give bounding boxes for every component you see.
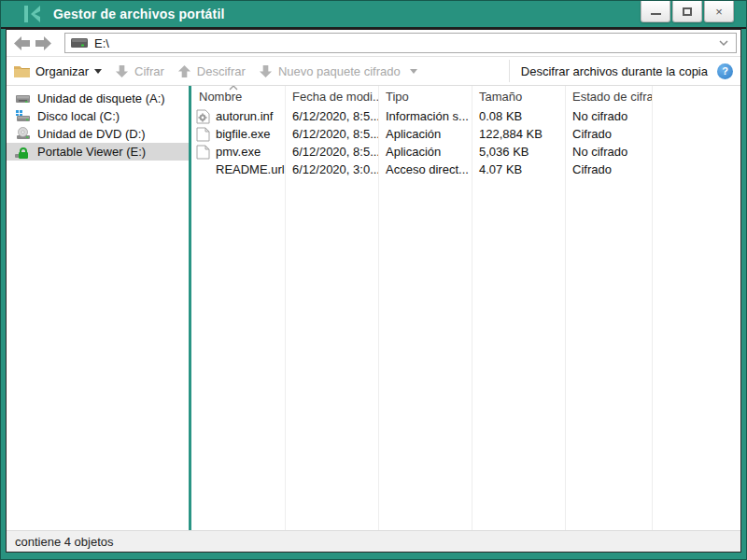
file-row-readme[interactable]: README.url 6/12/2020, 3:0... Acceso dire…: [191, 161, 740, 178]
kaspersky-logo-icon: [23, 6, 42, 22]
decrypt-on-copy-label: Descifrar archivos durante la copia: [521, 64, 708, 78]
file-type: Acceso direct...: [378, 162, 472, 176]
file-status: Cifrado: [565, 162, 652, 176]
file-type: Aplicación: [378, 127, 472, 141]
status-text: contiene 4 objetos: [15, 535, 114, 549]
address-bar[interactable]: E:\: [64, 33, 737, 53]
file-modified: 6/12/2020, 3:0...: [285, 162, 378, 176]
new-encrypted-package-label: Nuevo paquete cifrado: [278, 64, 401, 78]
encrypted-drive-icon: [15, 145, 31, 159]
main-area: Unidad de disquete (A:) Disco local (C:): [7, 86, 740, 530]
encrypt-button[interactable]: Cifrar: [115, 64, 164, 78]
toolbar: Organizar Cifrar Descifrar: [7, 57, 740, 86]
column-header-modified[interactable]: Fecha de modi...: [285, 90, 378, 104]
organize-label: Organizar: [35, 64, 89, 78]
file-status: No cifrado: [565, 109, 652, 123]
column-header-size[interactable]: Tamaño: [472, 90, 565, 104]
address-path: E:\: [94, 36, 109, 50]
sidebar-item-floppy-a[interactable]: Unidad de disquete (A:): [7, 90, 189, 107]
navigation-bar: E:\: [7, 30, 740, 57]
file-name: README.url: [216, 162, 285, 176]
status-bar: contiene 4 objetos: [7, 530, 740, 552]
sidebar-item-portable-e[interactable]: Portable Viewer (E:): [7, 143, 189, 161]
file-size: 0.08 KB: [472, 109, 565, 123]
file-list: Nombre Fecha de modi... Tipo Tamaño Esta…: [191, 86, 740, 530]
file-status: Cifrado: [565, 127, 652, 141]
close-icon: ×: [715, 5, 723, 19]
file-type: Aplicación: [378, 145, 472, 159]
sidebar-item-label: Unidad de DVD (D:): [37, 127, 146, 141]
forward-button[interactable]: [35, 35, 51, 51]
sidebar-item-label: Portable Viewer (E:): [37, 145, 146, 159]
column-header-type[interactable]: Tipo: [378, 90, 472, 104]
floppy-drive-icon: [15, 91, 31, 105]
window-content: E:\ Organizar Cifrar: [6, 29, 741, 553]
file-modified: 6/12/2020, 8:5...: [285, 109, 378, 123]
file-icon: [196, 145, 210, 160]
sidebar-item-label: Unidad de disquete (A:): [37, 91, 165, 105]
file-size: 5,036 KB: [472, 145, 565, 159]
sidebar-item-local-c[interactable]: Disco local (C:): [7, 107, 189, 125]
maximize-icon: [683, 7, 692, 16]
organize-button[interactable]: Organizar: [14, 64, 102, 78]
new-encrypted-package-button[interactable]: Nuevo paquete cifrado: [259, 64, 417, 78]
file-size: 4.07 KB: [472, 162, 565, 176]
folder-icon: [14, 64, 30, 77]
list-header: Nombre Fecha de modi... Tipo Tamaño Esta…: [191, 86, 740, 107]
address-dropdown-icon[interactable]: [719, 39, 728, 47]
file-row-pmv[interactable]: pmv.exe 6/12/2020, 8:5... Aplicación 5,0…: [191, 143, 740, 161]
organize-dropdown-icon: [94, 69, 102, 74]
arrow-down-icon: [259, 64, 273, 78]
file-icon: [196, 127, 210, 142]
minimize-button[interactable]: [641, 1, 670, 22]
file-modified: 6/12/2020, 8:5...: [285, 145, 378, 159]
window-controls: ×: [641, 1, 734, 22]
maximize-button[interactable]: [672, 1, 702, 22]
sort-ascending-icon: [229, 86, 238, 91]
help-icon[interactable]: ?: [717, 63, 733, 79]
arrow-up-icon: [177, 64, 191, 78]
dvd-drive-icon: [15, 127, 31, 141]
local-disk-icon: [15, 109, 31, 123]
file-rows: autorun.inf 6/12/2020, 8:5... Informació…: [191, 107, 740, 178]
file-type: Información s...: [378, 109, 472, 123]
toolbar-separator: [509, 60, 510, 82]
decrypt-on-copy-option[interactable]: Descifrar archivos durante la copia ?: [521, 63, 733, 79]
file-settings-icon: [196, 109, 210, 124]
decrypt-label: Descifrar: [197, 64, 246, 78]
column-header-status[interactable]: Estado de cifra...: [565, 90, 652, 104]
title-bar: Gestor de archivos portátil ×: [1, 1, 746, 29]
minimize-icon: [651, 13, 661, 15]
back-button[interactable]: [14, 35, 31, 51]
decrypt-button[interactable]: Descifrar: [177, 64, 246, 78]
close-button[interactable]: ×: [704, 1, 734, 22]
drive-tree: Unidad de disquete (A:) Disco local (C:): [7, 86, 191, 530]
file-name: bigfile.exe: [216, 127, 271, 141]
file-row-bigfile[interactable]: bigfile.exe 6/12/2020, 8:5... Aplicación…: [191, 125, 740, 143]
file-modified: 6/12/2020, 8:5...: [285, 127, 378, 141]
sidebar-item-label: Disco local (C:): [37, 109, 120, 123]
encrypt-label: Cifrar: [134, 64, 164, 78]
column-header-name[interactable]: Nombre: [191, 90, 285, 104]
file-size: 122,884 KB: [472, 127, 565, 141]
sidebar-item-dvd-d[interactable]: Unidad de DVD (D:): [7, 125, 189, 143]
window-title: Gestor de archivos portátil: [53, 7, 225, 21]
arrow-down-icon: [115, 64, 129, 78]
no-icon: [196, 162, 210, 177]
file-name: autorun.inf: [216, 109, 273, 123]
new-package-dropdown-icon: [410, 69, 417, 74]
file-name: pmv.exe: [216, 145, 261, 159]
file-row-autorun[interactable]: autorun.inf 6/12/2020, 8:5... Informació…: [191, 107, 740, 125]
drive-icon: [71, 37, 88, 49]
file-status: No cifrado: [565, 145, 652, 159]
